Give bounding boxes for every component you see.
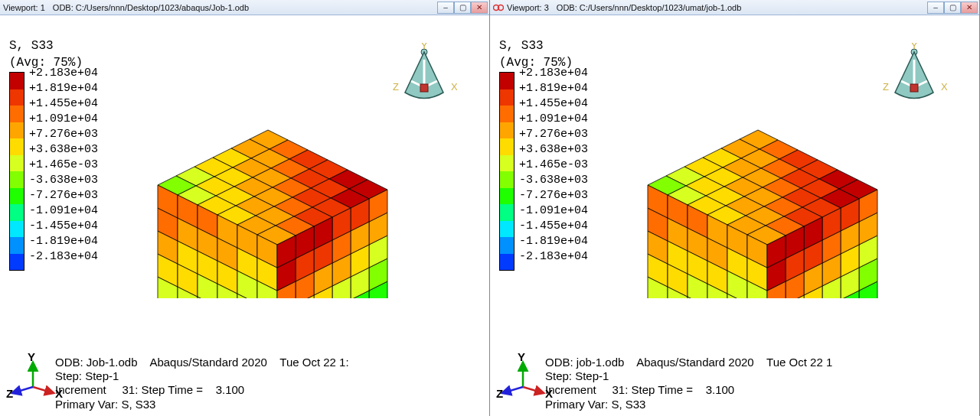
contour-legend: S, S33 (Avg: 75%) +2.183e+04+1.819e+04+1… <box>499 38 588 271</box>
close-button[interactable]: ✕ <box>471 2 488 14</box>
minimize-button[interactable]: – <box>437 2 454 14</box>
svg-text:X: X <box>941 81 948 93</box>
legend-title-1: S, S33 <box>499 38 588 54</box>
axis-z-label: Z <box>6 387 13 400</box>
odb-path: ODB: C:/Users/nnn/Desktop/1023/abaqus/Jo… <box>53 3 437 12</box>
legend-colorbar <box>499 72 514 271</box>
axis-triad-icon[interactable]: X Y Z <box>504 356 550 402</box>
minimize-button[interactable]: – <box>927 2 944 14</box>
axis-triad-icon[interactable]: X Y Z <box>14 356 60 402</box>
increment: Increment 31: Step Time = 3.100 <box>545 383 975 397</box>
svg-text:Y: Y <box>518 350 525 363</box>
odb-name: ODB: job-1.odb <box>545 356 624 369</box>
compass-x-label: X <box>451 81 458 93</box>
odb-name: ODB: Job-1.odb <box>55 356 138 369</box>
legend-colorbar <box>9 72 24 271</box>
viewport-3: Viewport: 3 ODB: C:/Users/nnn/Desktop/10… <box>490 0 980 416</box>
step-name: Step: Step-1 <box>545 369 975 383</box>
maximize-button[interactable]: ▢ <box>944 2 961 14</box>
axis-y-label: Y <box>28 350 35 363</box>
increment: Increment 31: Step Time = 3.100 <box>55 383 485 397</box>
fe-mesh-cube <box>635 76 896 298</box>
status-block: ODB: job-1.odb Abaqus/Standard 2020 Tue … <box>545 356 975 411</box>
sync-icon <box>493 2 504 13</box>
contour-legend: S, S33 (Avg: 75%) +2.183e+04+1.819e+04+1… <box>9 38 98 271</box>
compass-y-label: Y <box>421 43 428 51</box>
primary-var: Primary Var: S, S33 <box>55 398 485 411</box>
legend-ticks: +2.183e+04+1.819e+04+1.455e+04+1.091e+04… <box>519 66 588 265</box>
titlebar: Viewport: 3 ODB: C:/Users/nnn/Desktop/10… <box>490 0 979 15</box>
step-name: Step: Step-1 <box>55 369 485 383</box>
titlebar: Viewport: 1 ODB: C:/Users/nnn/Desktop/10… <box>0 0 489 15</box>
date: Tue Oct 22 1: <box>279 356 348 369</box>
window-controls: – ▢ ✕ <box>927 2 978 14</box>
fe-mesh-cube <box>145 76 406 298</box>
maximize-button[interactable]: ▢ <box>454 2 471 14</box>
status-block: ODB: Job-1.odb Abaqus/Standard 2020 Tue … <box>55 356 485 411</box>
svg-rect-116 <box>910 84 918 92</box>
odb-path: ODB: C:/Users/nnn/Desktop/1023/umat/job-… <box>557 3 927 12</box>
date: Tue Oct 22 1 <box>766 356 832 369</box>
svg-line-112 <box>12 387 33 393</box>
svg-line-228 <box>523 387 544 393</box>
svg-line-110 <box>33 387 54 393</box>
viewport-label: Viewport: 3 <box>507 3 549 12</box>
solver: Abaqus/Standard 2020 <box>636 356 753 369</box>
legend-title-1: S, S33 <box>9 38 98 54</box>
svg-text:Z: Z <box>496 387 503 400</box>
window-controls: – ▢ ✕ <box>437 2 488 14</box>
primary-var: Primary Var: S, S33 <box>545 398 975 411</box>
viewport-1: Viewport: 1 ODB: C:/Users/nnn/Desktop/10… <box>0 0 490 416</box>
viewport-label: Viewport: 1 <box>3 3 45 12</box>
svg-line-230 <box>502 387 523 393</box>
canvas[interactable]: S, S33 (Avg: 75%) +2.183e+04+1.819e+04+1… <box>0 15 489 416</box>
canvas[interactable]: S, S33 (Avg: 75%) +2.183e+04+1.819e+04+1… <box>490 15 979 416</box>
close-button[interactable]: ✕ <box>961 2 978 14</box>
solver: Abaqus/Standard 2020 <box>149 356 266 369</box>
svg-text:Y: Y <box>911 43 918 51</box>
legend-ticks: +2.183e+04+1.819e+04+1.455e+04+1.091e+04… <box>29 66 98 265</box>
svg-rect-1 <box>420 84 428 92</box>
